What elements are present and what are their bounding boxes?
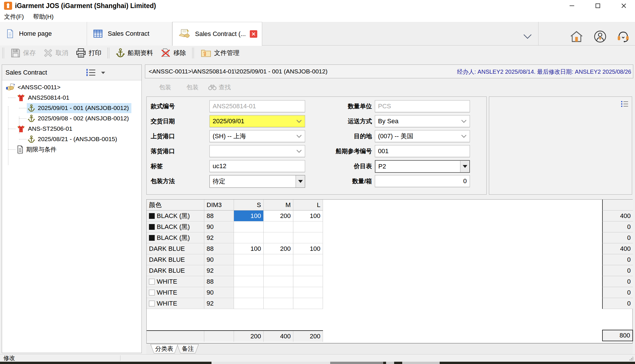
grid-cell-s[interactable] [234,221,264,232]
col-header-s[interactable]: S [234,200,264,211]
grid-cell-color[interactable]: BLACK (黑) [147,232,204,243]
tab-remarks[interactable]: 备注 [177,344,199,353]
tab-sales-contract[interactable]: Sales Contract [87,22,172,46]
shipping-ref-field[interactable]: 001 [375,145,470,157]
grid-cell-s[interactable]: 100 [234,243,264,254]
qty-per-carton-field[interactable]: 0 [375,175,470,187]
grid-cell-dim3[interactable]: 88 [204,243,234,254]
toolbar-grip[interactable] [2,48,4,58]
grid-cell-color[interactable]: WHITE [147,287,204,298]
packing-button-1[interactable]: 包装 [159,79,171,96]
tree-item-shipment-3[interactable]: 2025/08/21 - (ANSJOB-0015) [2,134,141,144]
tab-close-icon[interactable] [250,30,257,38]
headset-icon[interactable] [616,29,630,44]
grid-cell-s[interactable] [234,265,264,276]
grid-cell-color[interactable]: DARK BLUE [147,265,204,276]
menu-help[interactable]: 帮助(H) [29,12,58,22]
print-button[interactable]: 打印 [72,47,105,59]
tree-item-style-2[interactable]: ANS-ST2506-01 [2,124,141,134]
tree-item-shipment-1[interactable]: 2025/09/01 - 001 (ANSJOB-0012) [2,103,141,113]
grid-cell-l[interactable] [293,254,323,265]
grid-cell-color[interactable]: DARK BLUE [147,254,204,265]
find-button[interactable]: 查找 [208,79,231,96]
save-button[interactable]: 保存 [7,47,39,59]
grid-cell-s[interactable] [234,298,264,309]
remove-button[interactable]: 移除 [157,47,190,59]
grid-cell-dim3[interactable]: 90 [204,221,234,232]
tree-item-terms[interactable]: 期限与条件 [2,144,141,155]
user-account-icon[interactable] [593,29,607,44]
cancel-button[interactable]: 取消 [39,47,72,59]
grid-cell-s[interactable] [234,276,264,287]
toolbar-grip[interactable] [192,48,194,58]
grid-cell-dim3[interactable]: 92 [204,265,234,276]
grid-cell-m[interactable] [264,276,293,287]
packing-button-2[interactable]: 包装 [186,79,199,96]
grid-cell-dim3[interactable]: 90 [204,287,234,298]
tree-item-contract[interactable]: <ANSSC-0011> [2,82,141,92]
grid-cell-color[interactable]: BLACK (黑) [147,211,204,221]
grid-cell-l[interactable] [293,265,323,276]
col-header-m[interactable]: M [264,200,293,211]
home-icon[interactable] [569,29,584,44]
grid-cell-color[interactable]: BLACK (黑) [147,221,204,232]
grid-cell-s[interactable] [234,254,264,265]
grid-cell-color[interactable]: WHITE [147,276,204,287]
grid-cell-l[interactable]: 100 [293,243,323,254]
grid-cell-m[interactable] [264,221,293,232]
grid-cell-l[interactable] [293,232,323,243]
tab-sales-contract-detail[interactable]: Sales Contract (... [172,22,262,46]
destination-select[interactable]: (007) -- 美国 [375,130,470,142]
close-button[interactable] [614,0,633,12]
file-management-button[interactable]: 文件管理 [197,47,243,59]
grid-cell-s[interactable]: 100 [234,211,264,221]
grid-cell-m[interactable] [264,265,293,276]
maximize-button[interactable] [588,0,607,12]
chevron-down-icon[interactable] [101,72,105,74]
grid-cell-dim3[interactable]: 88 [204,276,234,287]
grid-cell-l[interactable]: 100 [293,211,323,221]
grid-cell-l[interactable] [293,287,323,298]
minimize-button[interactable] [562,0,581,12]
tab-home-page[interactable]: Home page [0,22,87,46]
tree-item-shipment-2[interactable]: 2025/09/08 - 002 (ANSJOB-0012) [2,113,141,124]
color-swatch [149,224,155,230]
grid-cell-s[interactable] [234,232,264,243]
col-header-l[interactable]: L [293,200,323,211]
resize-grip[interactable] [629,357,633,361]
price-list-select[interactable]: P2 [375,160,470,173]
transport-mode-select[interactable]: By Sea [375,115,470,127]
grid-cell-l[interactable] [293,276,323,287]
col-header-dim3[interactable]: DIM3 [204,200,234,211]
grid-cell-color[interactable]: WHITE [147,298,204,309]
dropdown-button[interactable] [460,161,469,172]
grid-cell-m[interactable] [264,254,293,265]
grid-cell-m[interactable] [264,298,293,309]
shipping-info-button[interactable]: 船期资料 [112,47,157,59]
tree-item-style-1[interactable]: ANS250814-01 [2,92,141,103]
grid-cell-l[interactable] [293,298,323,309]
grid-row: WHITE 92 [147,298,323,309]
grid-cell-m[interactable] [264,232,293,243]
grid-cell-color[interactable]: DARK BLUE [147,243,204,254]
grid-cell-l[interactable] [293,221,323,232]
sidebar-title: Sales Contract [5,69,47,76]
grid-cell-dim3[interactable]: 90 [204,254,234,265]
toolbar-grip[interactable] [107,48,109,58]
col-header-color[interactable]: 颜色 [147,200,204,211]
qty-unit-field[interactable]: PCS [375,100,470,112]
numbered-list-icon[interactable] [86,69,96,77]
grid-cell-dim3[interactable]: 88 [204,211,234,221]
grid-cell-m[interactable]: 200 [264,243,293,254]
chevron-down-icon[interactable] [461,120,467,123]
grid-cell-s[interactable] [234,287,264,298]
grid-cell-m[interactable]: 200 [264,211,293,221]
tab-overflow-button[interactable] [520,29,535,44]
grid-cell-dim3[interactable]: 92 [204,232,234,243]
menu-file[interactable]: 文件(F) [0,12,29,22]
list-icon[interactable] [621,101,628,107]
grid-cell-m[interactable] [264,287,293,298]
tab-classification[interactable]: 分类表 [150,344,178,353]
chevron-down-icon[interactable] [461,134,467,138]
grid-cell-dim3[interactable]: 92 [204,298,234,309]
